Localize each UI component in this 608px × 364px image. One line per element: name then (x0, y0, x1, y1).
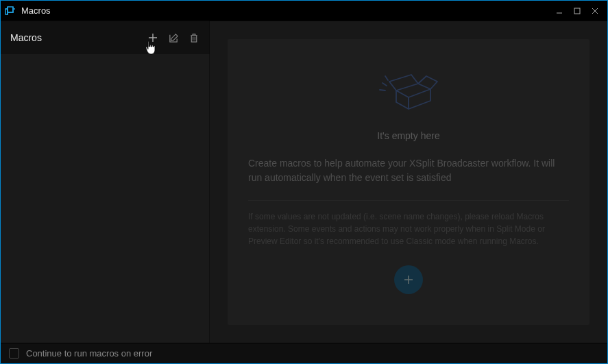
sidebar: Macros (1, 21, 210, 343)
add-macro-button[interactable] (147, 32, 159, 44)
window-title: Macros (21, 5, 51, 16)
titlebar: Macros (1, 1, 607, 21)
svg-rect-0 (8, 7, 13, 12)
delete-macro-button[interactable] (188, 32, 200, 44)
empty-description: Create macros to help automate your XSpl… (248, 156, 569, 185)
empty-box-icon (377, 66, 440, 118)
empty-state-card: It's empty here Create macros to help au… (228, 39, 589, 325)
sidebar-title: Macros (10, 32, 42, 43)
svg-rect-2 (574, 8, 580, 14)
continue-on-error-checkbox[interactable] (9, 348, 19, 359)
continue-on-error-label: Continue to run macros on error (26, 348, 152, 359)
edit-macro-button[interactable] (167, 32, 180, 44)
maximize-button[interactable] (570, 4, 584, 18)
divider (248, 200, 569, 201)
close-button[interactable] (588, 4, 602, 18)
main-area: It's empty here Create macros to help au… (210, 21, 607, 343)
minimize-button[interactable] (552, 4, 566, 18)
svg-rect-1 (5, 9, 8, 14)
create-macro-fab[interactable] (394, 265, 423, 294)
app-icon (5, 5, 16, 16)
sidebar-header: Macros (1, 21, 210, 54)
empty-heading: It's empty here (377, 130, 439, 141)
note-text: If some values are not updated (i.e. sce… (248, 210, 569, 247)
footer: Continue to run macros on error (1, 343, 607, 363)
